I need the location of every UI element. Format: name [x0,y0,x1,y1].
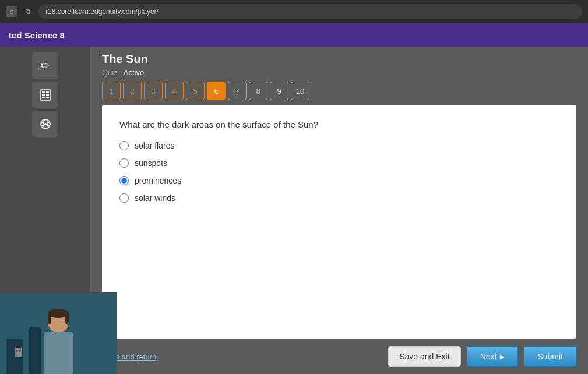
svg-rect-5 [42,97,45,98]
home-icon[interactable]: ⌂ [6,6,17,17]
question-text: What are the dark areas on the surface o… [119,119,559,129]
svg-rect-6 [46,97,49,98]
svg-rect-0 [40,90,51,100]
pencil-tool-button[interactable]: ✏ [32,52,58,79]
svg-point-21 [19,350,21,352]
radio-solar-flares[interactable] [119,141,129,150]
answer-label-solar-flares: solar flares [135,141,174,150]
answer-option-solar-winds[interactable]: solar winds [119,193,559,203]
question-number-3[interactable]: 3 [144,82,163,100]
url-bar[interactable]: r18.core.learn.edgenuity.com/player/ [38,4,582,19]
app-header: ted Science 8 [0,23,588,47]
lesson-title: The Sun [102,52,576,66]
question-number-4[interactable]: 4 [165,82,184,100]
next-button[interactable]: Next [467,346,519,367]
quiz-meta: Quiz Active [102,68,576,77]
question-number-10[interactable]: 10 [291,82,309,100]
svg-rect-13 [29,327,41,374]
quiz-header: The Sun Quiz Active [90,47,588,82]
radio-sunspots[interactable] [119,158,129,168]
answer-option-sunspots[interactable]: sunspots [119,158,559,168]
bottom-right-buttons: Save and Exit Next Submit [388,346,576,367]
radio-solar-winds[interactable] [119,193,129,203]
science-tool-button[interactable] [32,111,58,137]
svg-point-10 [44,123,47,125]
active-badge: Active [124,68,144,77]
svg-point-20 [16,350,18,352]
svg-rect-2 [46,91,49,93]
question-number-7[interactable]: 7 [228,82,247,100]
submit-button[interactable]: Submit [524,346,576,367]
app-title: ted Science 8 [9,30,65,40]
browser-bar: ⌂ ⧉ r18.core.learn.edgenuity.com/player/ [0,0,588,23]
svg-rect-1 [42,91,45,93]
answer-label-sunspots: sunspots [135,158,167,168]
svg-rect-3 [42,94,45,96]
svg-rect-4 [46,94,49,96]
answer-options: solar flares sunspots prominences solar … [119,141,559,203]
calculator-tool-button[interactable] [32,82,58,108]
svg-rect-19 [15,348,22,357]
answer-option-solar-flares[interactable]: solar flares [119,141,559,150]
bottom-bar: k this and return Save and Exit Next Sub… [90,339,588,374]
question-numbers: 1 2 3 4 5 6 7 8 9 10 [90,82,588,105]
question-number-2[interactable]: 2 [123,82,142,100]
radio-prominences[interactable] [119,176,129,185]
content-area: The Sun Quiz Active 1 2 3 4 5 6 7 8 9 10… [90,47,588,374]
svg-rect-18 [65,313,69,324]
question-number-8[interactable]: 8 [249,82,267,100]
tabs-icon[interactable]: ⧉ [22,6,34,17]
answer-label-solar-winds: solar winds [135,193,175,203]
question-number-9[interactable]: 9 [270,82,288,100]
svg-rect-15 [44,332,73,374]
save-exit-button[interactable]: Save and Exit [388,346,460,367]
video-thumb-inner [0,294,117,374]
svg-rect-17 [48,313,51,324]
question-number-6[interactable]: 6 [207,82,226,100]
answer-option-prominences[interactable]: prominences [119,176,559,185]
question-number-5[interactable]: 5 [186,82,205,100]
answer-label-prominences: prominences [135,176,181,185]
question-card: What are the dark areas on the surface o… [102,105,576,339]
quiz-label: Quiz [102,68,118,77]
video-thumbnail [0,292,117,374]
question-number-1[interactable]: 1 [102,82,121,100]
url-text: r18.core.learn.edgenuity.com/player/ [45,8,159,16]
